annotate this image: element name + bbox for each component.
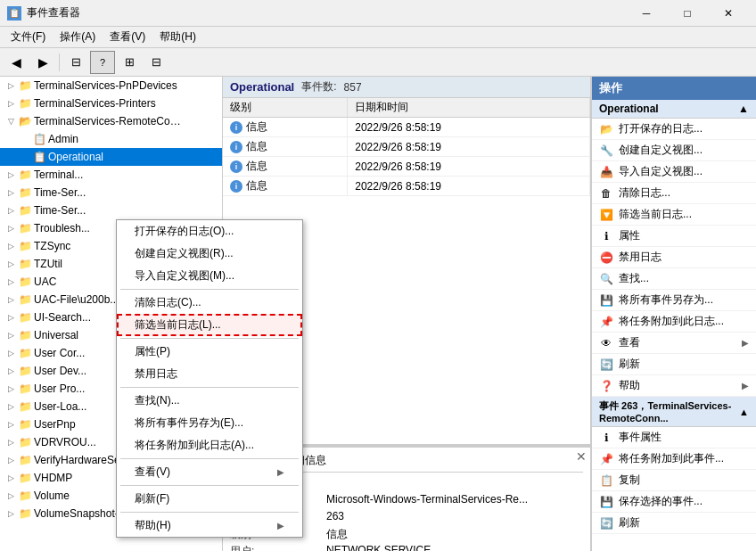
col-level[interactable]: 级别 xyxy=(223,98,348,118)
middle-panel-count-label: 事件数: xyxy=(301,79,336,95)
action-save-all[interactable]: 💾 将所有事件另存为... xyxy=(592,290,756,311)
tree-item-1[interactable]: ▷ 📁 TerminalServices-Printers xyxy=(0,95,222,112)
refresh-button[interactable]: ⊟ xyxy=(63,51,88,74)
properties-label: 属性 xyxy=(619,228,640,243)
action-help-left: ❓ 帮助 xyxy=(599,378,640,393)
ctx-create-view[interactable]: 创建自定义视图(R)... xyxy=(117,243,302,265)
menu-help[interactable]: 帮助(H) xyxy=(152,28,203,46)
expand-icon-11: ▷ xyxy=(4,310,18,325)
ctx-sep-1 xyxy=(120,289,299,290)
ctx-disable-log[interactable]: 禁用日志 xyxy=(117,363,302,385)
ctx-import-view[interactable]: 导入自定义视图(M)... xyxy=(117,265,302,287)
expand-icon-10: ▷ xyxy=(4,292,18,307)
tree-item-3[interactable]: ▷ 📁 Terminal... xyxy=(0,166,222,184)
action-refresh[interactable]: 🔄 刷新 xyxy=(592,354,756,375)
ctx-clear-log[interactable]: 清除日志(C)... xyxy=(117,292,302,314)
minimize-button[interactable]: ─ xyxy=(626,0,667,27)
tree-item-0[interactable]: ▷ 📁 TerminalServices-PnPDevices xyxy=(0,77,222,95)
create-view-label: 创建自定义视图... xyxy=(619,143,703,158)
ctx-filter-current[interactable]: 筛选当前日志(L)... xyxy=(117,314,302,336)
ctx-save-all[interactable]: 将所有事件另存为(E)... xyxy=(117,412,302,434)
cell-datetime-1: 2022/9/26 8:58:19 xyxy=(348,137,590,157)
ctx-sep-2 xyxy=(120,338,299,339)
action-import-view[interactable]: 📥 导入自定义视图... xyxy=(592,161,756,183)
ctx-attach-task[interactable]: 将任务附加到此日志(A)... xyxy=(117,434,302,456)
tree-item-2[interactable]: ▽ 📂 TerminalServices-RemoteConn... xyxy=(0,112,222,130)
save-selected-label: 保存选择的事件... xyxy=(619,494,703,509)
action-save-selected[interactable]: 💾 保存选择的事件... xyxy=(592,491,756,513)
action-event-props[interactable]: ℹ 事件属性 xyxy=(592,427,756,448)
help-button[interactable]: ? xyxy=(90,51,115,74)
find-icon: 🔍 xyxy=(599,272,613,286)
event-row-icon-1: i 信息 xyxy=(230,139,267,154)
ctx-refresh[interactable]: 刷新(F) xyxy=(117,488,302,510)
ctx-view[interactable]: 查看(V) ▶ xyxy=(117,461,302,483)
ctx-help[interactable]: 帮助(H) ▶ xyxy=(117,514,302,537)
info-icon-3: i xyxy=(230,180,242,193)
menu-bar: 文件(F) 操作(A) 查看(V) 帮助(H) xyxy=(0,27,756,48)
expand-icon-usercor: ▷ xyxy=(4,346,18,360)
tree-item-operational[interactable]: 📋 Operational xyxy=(0,148,222,166)
col-datetime[interactable]: 日期和时间 xyxy=(348,98,590,118)
expand-icon-0: ▷ xyxy=(4,78,18,93)
expand-icon-9: ▷ xyxy=(4,275,18,289)
expand-icon-vdrvrou: ▷ xyxy=(4,435,18,449)
tree-item-5[interactable]: ▷ 📁 Time-Ser... xyxy=(0,201,222,219)
action-create-view[interactable]: 🔧 创建自定义视图... xyxy=(592,140,756,161)
copy-label: 复制 xyxy=(619,473,640,488)
tree-label-vhdmp: VHDMP xyxy=(34,472,72,484)
action-view[interactable]: 👁 查看 ▶ xyxy=(592,333,756,354)
table-row[interactable]: i 信息 2022/9/26 8:58:19 xyxy=(223,137,590,157)
cell-level-1: i 信息 xyxy=(223,137,348,157)
action-disable-log[interactable]: ⛔ 禁用日志 xyxy=(592,247,756,268)
refresh-2-label: 刷新 xyxy=(619,515,640,530)
cell-datetime-2: 2022/9/26 8:58:19 xyxy=(348,157,590,177)
back-button[interactable]: ◀ xyxy=(4,51,29,74)
action-clear-log[interactable]: 🗑 清除日志... xyxy=(592,183,756,204)
action-filter[interactable]: 🔽 筛选当前日志... xyxy=(592,204,756,226)
expand-icon-admin xyxy=(25,132,32,146)
actions-header: 操作 xyxy=(592,77,756,100)
close-button[interactable]: ✕ xyxy=(708,0,749,27)
menu-file[interactable]: 文件(F) xyxy=(4,28,53,46)
tree-item-admin[interactable]: 📋 Admin xyxy=(0,130,222,148)
action-find[interactable]: 🔍 查找... xyxy=(592,268,756,290)
menu-view[interactable]: 查看(V) xyxy=(103,28,152,46)
properties-button[interactable]: ⊟ xyxy=(144,51,168,74)
table-row[interactable]: i 信息 2022/9/26 8:58:19 xyxy=(223,177,590,196)
expand-icon-userpnp: ▷ xyxy=(4,417,18,432)
app-title: 事件查看器 xyxy=(27,5,80,21)
menu-action[interactable]: 操作(A) xyxy=(53,28,103,46)
tree-label-1: TerminalServices-Printers xyxy=(34,97,156,110)
detail-close-btn[interactable]: ✕ xyxy=(576,449,587,464)
action-copy[interactable]: 📋 复制 xyxy=(592,470,756,491)
action-attach-task[interactable]: 📌 将任务附加到此日志... xyxy=(592,311,756,333)
ctx-open-log[interactable]: 打开保存的日志(O)... xyxy=(117,220,302,243)
maximize-button[interactable]: □ xyxy=(667,0,708,27)
window-controls: ─ □ ✕ xyxy=(626,0,749,27)
action-section-2-collapse[interactable]: ▲ xyxy=(739,407,749,417)
forward-button[interactable]: ▶ xyxy=(30,51,55,74)
refresh-2-icon: 🔄 xyxy=(599,516,613,530)
help-action-label: 帮助 xyxy=(619,378,640,393)
action-open-log[interactable]: 📂 打开保存的日志... xyxy=(592,119,756,140)
cell-datetime-0: 2022/9/26 8:58:19 xyxy=(348,118,590,137)
folder-icon-11: 📁 xyxy=(18,310,32,325)
action-section-1-collapse[interactable]: ▲ xyxy=(738,103,749,115)
ctx-find[interactable]: 查找(N)... xyxy=(117,390,302,412)
attach-task-icon: 📌 xyxy=(599,315,613,329)
action-help[interactable]: ❓ 帮助 ▶ xyxy=(592,375,756,397)
table-row[interactable]: i 信息 2022/9/26 8:58:19 xyxy=(223,157,590,177)
table-row[interactable]: i 信息 2022/9/26 8:58:19 xyxy=(223,118,590,137)
new-view-button[interactable]: ⊞ xyxy=(117,51,142,74)
folder-icon-8: 📁 xyxy=(18,257,32,271)
ctx-properties[interactable]: 属性(P) xyxy=(117,341,302,363)
tree-item-4[interactable]: ▷ 📁 Time-Ser... xyxy=(0,184,222,201)
event-props-icon: ℹ xyxy=(599,431,613,445)
action-refresh-2[interactable]: 🔄 刷新 xyxy=(592,513,756,534)
folder-icon-userpnp: 📁 xyxy=(18,417,32,432)
action-attach-event-task[interactable]: 📌 将任务附加到此事件... xyxy=(592,448,756,470)
tree-label-9: UAC xyxy=(34,276,56,288)
cell-level-0: i 信息 xyxy=(223,118,348,137)
action-properties[interactable]: ℹ 属性 xyxy=(592,226,756,247)
